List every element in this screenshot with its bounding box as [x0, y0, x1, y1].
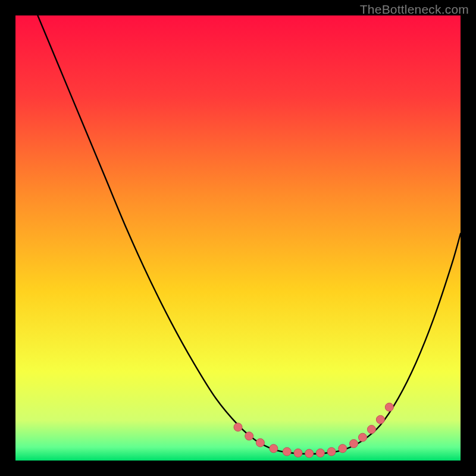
watermark-text: TheBottleneck.com: [360, 2, 469, 17]
curve-dot: [234, 423, 242, 431]
curve-dot: [327, 447, 336, 456]
chart-container: TheBottleneck.com: [0, 0, 476, 476]
curve-dot: [385, 403, 393, 411]
bottleneck-curve-chart: [0, 0, 476, 476]
curve-dot: [367, 425, 375, 434]
plot-area: [15, 15, 461, 461]
curve-dot: [256, 439, 264, 447]
curve-dot: [349, 440, 358, 448]
curve-dot: [283, 447, 291, 456]
curve-dot: [316, 449, 324, 457]
curve-dot: [305, 449, 314, 458]
curve-dot: [339, 444, 347, 453]
curve-dot: [270, 444, 278, 453]
curve-dot: [358, 433, 367, 441]
curve-dot: [245, 432, 253, 440]
curve-dot: [376, 415, 384, 424]
curve-dot: [294, 449, 302, 457]
